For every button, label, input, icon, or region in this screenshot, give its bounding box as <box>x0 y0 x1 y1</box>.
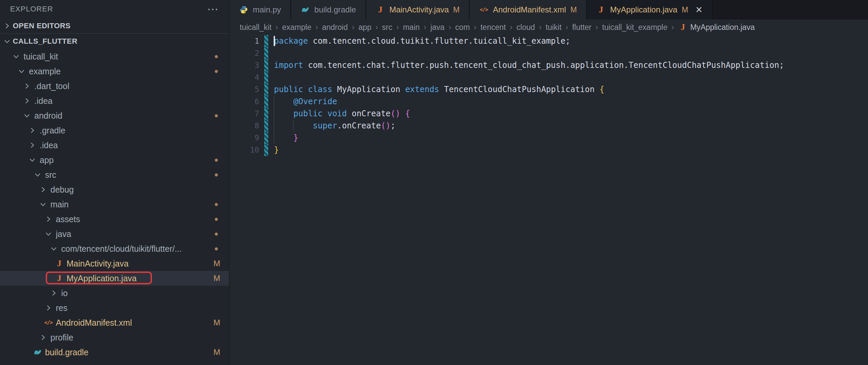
tree-item-decorations <box>215 233 229 236</box>
file-tree: tuicall_kitexample.dart_tool.ideaandroid… <box>0 49 229 360</box>
breadcrumb-item[interactable]: android <box>322 23 348 32</box>
tab-label: AndroidManifest.xml <box>493 5 566 14</box>
code-token: .onCreate <box>337 121 381 130</box>
tree-folder-.gradle[interactable]: .gradle <box>0 123 229 138</box>
line-number[interactable]: 1 <box>229 35 259 47</box>
code-line[interactable]: 1package com.tencent.cloud.tuikit.flutte… <box>229 35 868 47</box>
breadcrumb-item[interactable]: tuicall_kit_example <box>602 23 667 32</box>
breadcrumb-item[interactable]: flutter <box>572 23 592 32</box>
tree-item-label: assets <box>56 214 80 224</box>
tree-item-label: java <box>56 229 71 239</box>
chevron-right-icon <box>27 125 37 135</box>
code-token: TencentCloudChatPushApplication <box>439 85 599 94</box>
breadcrumb-separator: › <box>276 23 278 32</box>
tree-file-AndroidManifest.xml[interactable]: </>AndroidManifest.xmlM <box>0 315 229 330</box>
breadcrumb-item[interactable]: example <box>282 23 311 32</box>
tree-item-decorations <box>215 114 229 117</box>
code-line[interactable]: 4 <box>229 71 868 83</box>
git-modified-dot <box>215 114 218 117</box>
tree-folder-main[interactable]: main <box>0 197 229 212</box>
tree-folder-debug[interactable]: debug <box>0 182 229 197</box>
tree-folder-profile[interactable]: profile <box>0 330 229 345</box>
tree-folder-com-tencent-cloud-tuikit-flutter-...[interactable]: com/tencent/cloud/tuikit/flutter/... <box>0 241 229 256</box>
git-modified-badge: M <box>682 5 688 14</box>
tree-folder-android[interactable]: android <box>0 108 229 123</box>
file-icon-slot: </> <box>43 317 54 328</box>
code-token: MyApplication <box>332 85 405 94</box>
chevron-right-icon <box>27 140 37 150</box>
tab-build.gradle[interactable]: build.gradle <box>291 0 366 20</box>
tree-folder-src[interactable]: src <box>0 168 229 182</box>
chevron-down-icon <box>38 199 48 209</box>
tree-folder-res[interactable]: res <box>0 301 229 315</box>
breadcrumb-item[interactable]: tencent <box>480 23 506 32</box>
breadcrumb-item[interactable]: tuicall_kit <box>240 23 272 32</box>
line-number[interactable]: 6 <box>229 95 259 108</box>
tree-folder-assets[interactable]: assets <box>0 212 229 226</box>
line-number[interactable]: 2 <box>229 47 259 59</box>
git-modified-dot <box>215 247 218 250</box>
java-icon: J <box>55 259 64 268</box>
git-modified-stripe <box>264 35 268 47</box>
tree-item-label: build.gradle <box>45 347 88 357</box>
java-icon: J <box>55 274 64 283</box>
code-area[interactable]: 1package com.tencent.cloud.tuikit.flutte… <box>229 35 868 365</box>
tab-MyApplication.java[interactable]: JMyApplication.javaM✕ <box>587 0 713 20</box>
breadcrumb-item[interactable]: java <box>430 23 444 32</box>
code-token: ; <box>391 121 395 130</box>
code-token: com.tencent.chat.flutter.push.tencent_cl… <box>303 61 784 70</box>
line-number[interactable]: 5 <box>229 83 259 95</box>
tree-folder-java[interactable]: java <box>0 226 229 241</box>
code-token: { <box>405 109 410 118</box>
java-icon: J <box>596 5 606 14</box>
tab-main.py[interactable]: main.py <box>229 0 291 20</box>
tree-folder-example[interactable]: example <box>0 64 229 79</box>
chevron-right-icon <box>43 214 54 224</box>
breadcrumb-item[interactable]: src <box>382 23 392 32</box>
more-actions-icon[interactable]: ⋯ <box>207 6 219 12</box>
breadcrumb-item[interactable]: cloud <box>516 23 535 32</box>
code-line[interactable]: 10} <box>229 144 868 156</box>
tree-folder-app[interactable]: app <box>0 153 229 168</box>
breadcrumb-file[interactable]: JMyApplication.java <box>678 23 755 32</box>
xml-icon: </> <box>44 318 53 327</box>
tree-file-MyApplication.java[interactable]: JMyApplication.javaM <box>0 271 229 286</box>
tree-file-MainActivity.java[interactable]: JMainActivity.javaM <box>0 256 229 271</box>
git-modified-badge: M <box>453 5 460 14</box>
tree-folder-.dart_tool[interactable]: .dart_tool <box>0 79 229 93</box>
breadcrumb-item[interactable]: com <box>455 23 470 32</box>
line-number[interactable]: 9 <box>229 132 259 144</box>
tab-AndroidManifest.xml[interactable]: </>AndroidManifest.xmlM <box>470 0 587 20</box>
tree-folder-io[interactable]: io <box>0 286 229 301</box>
chevron-down-icon <box>17 66 27 76</box>
line-number[interactable]: 3 <box>229 59 259 71</box>
code-line[interactable]: 8 super.onCreate(); <box>229 120 868 132</box>
line-number[interactable]: 7 <box>229 108 259 120</box>
code-line[interactable]: 5public class MyApplication extends Tenc… <box>229 83 868 95</box>
code-line[interactable]: 7 public void onCreate() { <box>229 108 868 120</box>
workspace-section[interactable]: CALLS_FLUTTER <box>0 34 229 49</box>
open-editors-section[interactable]: OPEN EDITORS <box>0 18 229 34</box>
tree-folder-.idea[interactable]: .idea <box>0 93 229 108</box>
code-line[interactable]: 9 } <box>229 132 868 144</box>
code-text: } <box>274 144 279 156</box>
tree-folder-.idea[interactable]: .idea <box>0 138 229 153</box>
tree-file-build.gradle[interactable]: build.gradleM <box>0 345 229 360</box>
tab-MainActivity.java[interactable]: JMainActivity.javaM <box>366 0 470 20</box>
breadcrumb-separator: › <box>510 23 513 32</box>
line-number[interactable]: 4 <box>229 71 259 83</box>
gutter-decoration <box>259 71 274 83</box>
line-number[interactable]: 8 <box>229 120 259 132</box>
tree-item-decorations <box>215 203 229 206</box>
breadcrumb-item[interactable]: main <box>403 23 420 32</box>
code-line[interactable]: 2 <box>229 47 868 59</box>
tree-folder-tuicall_kit[interactable]: tuicall_kit <box>0 49 229 64</box>
workspace-label: CALLS_FLUTTER <box>13 37 77 46</box>
close-icon[interactable]: ✕ <box>695 5 703 15</box>
breadcrumb-item[interactable]: app <box>359 23 371 32</box>
line-number[interactable]: 10 <box>229 144 259 156</box>
breadcrumb-item[interactable]: tuikit <box>546 23 561 32</box>
code-line[interactable]: 3import com.tencent.chat.flutter.push.te… <box>229 59 868 71</box>
file-icon-slot <box>33 347 43 357</box>
code-line[interactable]: 6 @Override <box>229 95 868 108</box>
